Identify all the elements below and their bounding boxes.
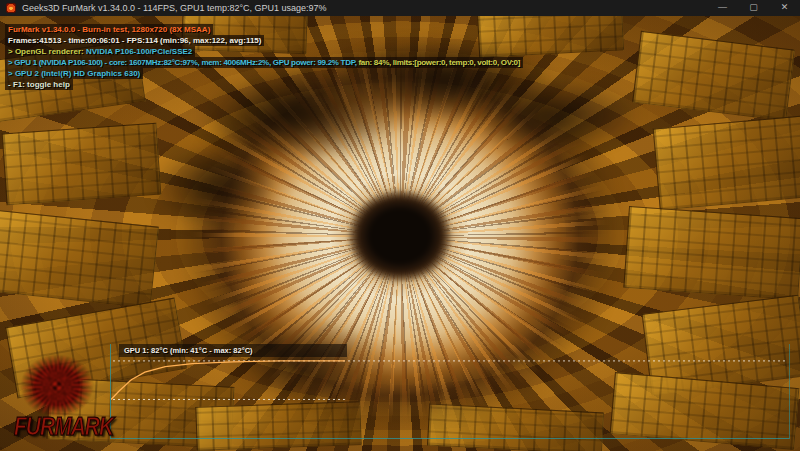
tunnel-block [653, 116, 800, 211]
osd-gpu1-main: > GPU 1 (NVIDIA P106-100) - core: 1607MH… [8, 58, 358, 67]
temp-history-line [111, 361, 345, 400]
temp-graph-label: GPU 1: 82°C (min: 41°C - max: 82°C) [119, 344, 347, 357]
window-title: Geeks3D FurMark v1.34.0.0 - 114FPS, GPU1… [22, 3, 327, 13]
osd-renderer-line: > OpenGL renderer: NVIDIA P106-100/PCIe/… [5, 46, 195, 57]
render-viewport: FurMark v1.34.0.0 - Burn-in test, 1280x7… [0, 16, 800, 451]
titlebar[interactable]: Geeks3D FurMark v1.34.0.0 - 114FPS, GPU1… [0, 0, 800, 16]
osd-burnin-line: FurMark v1.34.0.0 - Burn-in test, 1280x7… [5, 24, 213, 35]
osd-renderer-value: NVIDIA P106-100/PCIe/SSE2 [86, 47, 192, 56]
close-button[interactable]: ✕ [769, 0, 800, 16]
fur-donut-pupil [346, 188, 454, 284]
furmark-app-icon [6, 3, 16, 13]
osd-overlay: FurMark v1.34.0.0 - Burn-in test, 1280x7… [5, 24, 523, 90]
furmark-window: Geeks3D FurMark v1.34.0.0 - 114FPS, GPU1… [0, 0, 800, 451]
tunnel-block [2, 123, 162, 206]
furmark-logo: FURMARK [12, 352, 122, 448]
minimize-button[interactable]: — [707, 0, 738, 16]
furmark-logo-text: FURMARK [14, 411, 113, 441]
maximize-button[interactable]: ▢ [738, 0, 769, 16]
osd-help-line: - F1: toggle help [5, 79, 73, 90]
osd-frames-line: Frames:41513 - time:00:06:01 - FPS:114 (… [5, 35, 264, 46]
osd-gpu1-line: > GPU 1 (NVIDIA P106-100) - core: 1607MH… [5, 57, 523, 68]
window-controls: — ▢ ✕ [707, 0, 800, 16]
tunnel-block [0, 210, 159, 309]
temp-graph-plot [111, 344, 789, 438]
tunnel-block [623, 206, 800, 300]
osd-renderer-label: > OpenGL renderer: [8, 47, 86, 56]
osd-gpu2-line: > GPU 2 (Intel(R) HD Graphics 630) [5, 68, 143, 79]
osd-gpu1-limits: fan: 84%, limits:[power:0, temp:0, volt:… [358, 58, 520, 67]
furmark-logo-fur-icon [20, 354, 94, 418]
temp-graph: GPU 1: 82°C (min: 41°C - max: 82°C) [110, 344, 790, 439]
tunnel-block [632, 31, 795, 121]
smoke-wisp [150, 144, 280, 229]
